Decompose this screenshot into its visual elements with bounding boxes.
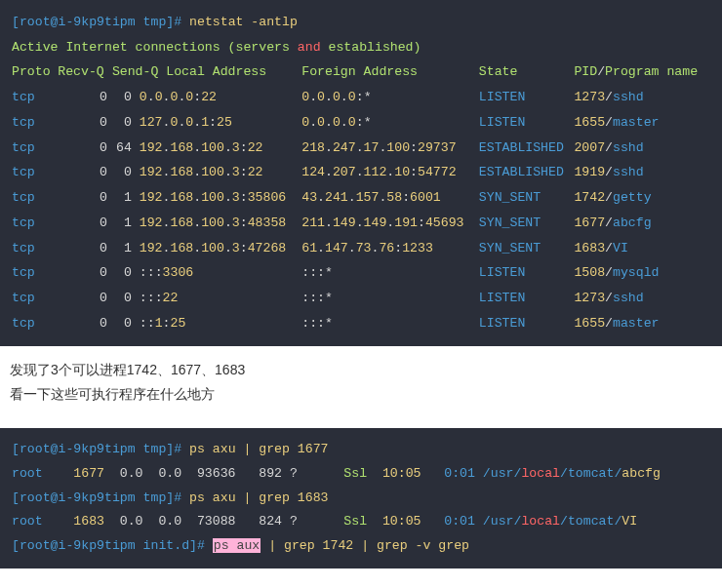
netstat-row: tcp01 192.168.100.3:3580643.241.157.58:6… xyxy=(12,185,710,211)
netstat-row: tcp00 192.168.100.3:22124.207.112.10:547… xyxy=(12,160,710,185)
header-active: Active Internet connections (servers and… xyxy=(12,35,710,60)
netstat-row: tcp00 127.0.0.1:250.0.0.0:*LISTEN1655/ma… xyxy=(12,110,710,136)
netstat-row: tcp00 :::3306:::*LISTEN1508/mysqld xyxy=(12,260,710,286)
terminal-top: [root@i-9kp9tipm tmp]# netstat -antlp Ac… xyxy=(0,0,722,346)
prompt-line-1: [root@i-9kp9tipm tmp]# netstat -antlp xyxy=(12,10,710,35)
netstat-row: tcp00 0.0.0.0:220.0.0.0:*LISTEN1273/sshd xyxy=(12,85,710,110)
command-netstat: netstat -antlp xyxy=(189,15,298,29)
netstat-row: tcp01 192.168.100.3:48358211.149.149.191… xyxy=(12,211,710,236)
netstat-row: tcp064 192.168.100.3:22218.247.17.100:29… xyxy=(12,136,710,161)
netstat-row: tcp00 :::22:::*LISTEN1273/sshd xyxy=(12,286,710,311)
highlighted-command: ps aux xyxy=(213,538,261,553)
netstat-header-row: Proto Recv-Q Send-Q Local Address Foreig… xyxy=(12,59,710,85)
netstat-table: Proto Recv-Q Send-Q Local Address Foreig… xyxy=(12,59,710,335)
ps-row-1677: root 1677 0.0 0.0 93636 892 ? Ssl 10:05 … xyxy=(12,462,710,487)
note-line-1: 发现了3个可以进程1742、1677、1683 xyxy=(10,358,712,382)
note-line-2: 看一下这些可执行程序在什么地方 xyxy=(10,382,712,407)
prompt-line-ps2: [root@i-9kp9tipm tmp]# ps axu | grep 168… xyxy=(12,487,710,511)
netstat-row: tcp00 ::1:25:::*LISTEN1655/master xyxy=(12,311,710,336)
netstat-row: tcp01 192.168.100.3:4726861.147.73.76:12… xyxy=(12,236,710,261)
commentary-section: 发现了3个可以进程1742、1677、1683 看一下这些可执行程序在什么地方 xyxy=(0,346,722,416)
ps-row-1683: root 1683 0.0 0.0 73088 824 ? Ssl 10:05 … xyxy=(12,510,710,534)
prompt-line-ps1: [root@i-9kp9tipm tmp]# ps axu | grep 167… xyxy=(12,438,710,462)
prompt-line-ps3: [root@i-9kp9tipm init.d]# ps aux | grep … xyxy=(12,534,710,559)
terminal-bottom: [root@i-9kp9tipm tmp]# ps axu | grep 167… xyxy=(0,428,722,568)
